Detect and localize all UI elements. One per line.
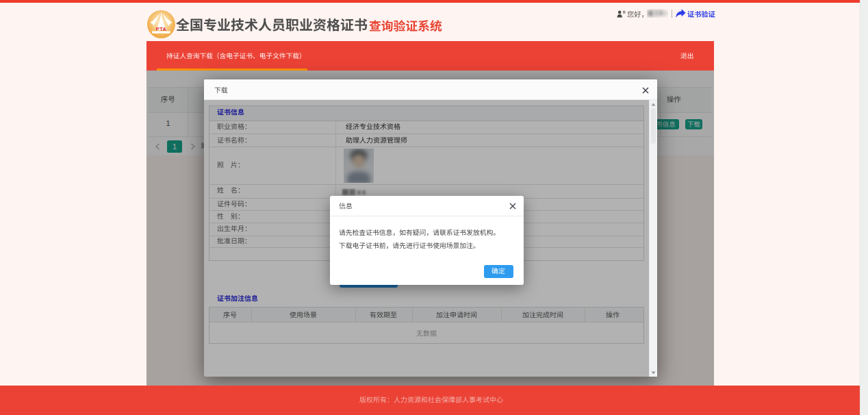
svg-text:PTA: PTA <box>156 26 167 32</box>
